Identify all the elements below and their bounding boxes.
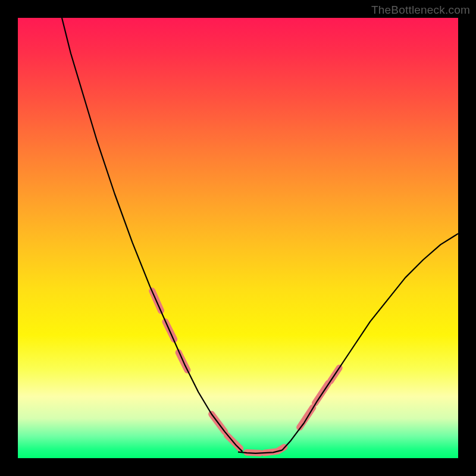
chart-frame: TheBottleneck.com — [0, 0, 476, 476]
marker-layer — [152, 291, 340, 453]
plot-area — [18, 18, 458, 458]
curve-layer — [62, 18, 458, 453]
watermark-text: TheBottleneck.com — [371, 4, 470, 17]
curve-left-curve — [62, 18, 242, 452]
chart-svg — [18, 18, 458, 458]
